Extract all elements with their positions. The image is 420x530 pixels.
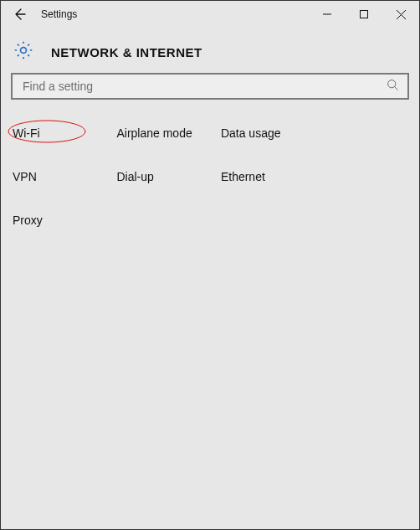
search-icon bbox=[387, 79, 399, 95]
nav-item-label: Proxy bbox=[13, 214, 43, 227]
titlebar: Settings bbox=[1, 1, 419, 28]
search-container bbox=[1, 73, 419, 100]
settings-window: Settings bbox=[0, 0, 420, 530]
minimize-button[interactable] bbox=[309, 1, 346, 28]
maximize-button[interactable] bbox=[346, 1, 382, 28]
minimize-icon bbox=[323, 10, 331, 18]
svg-point-4 bbox=[21, 48, 27, 54]
window-controls bbox=[309, 1, 419, 28]
nav-item-proxy[interactable]: Proxy bbox=[13, 208, 113, 232]
maximize-icon bbox=[360, 10, 368, 18]
nav-item-data-usage[interactable]: Data usage bbox=[221, 121, 321, 145]
page-header: NETWORK & INTERNET bbox=[1, 28, 419, 73]
nav-item-dialup[interactable]: Dial-up bbox=[116, 165, 217, 188]
svg-rect-1 bbox=[361, 11, 368, 18]
nav-item-label: Wi-Fi bbox=[13, 126, 40, 140]
close-button[interactable] bbox=[382, 1, 419, 28]
nav-item-wifi[interactable]: Wi-Fi bbox=[13, 121, 113, 145]
search-box[interactable] bbox=[11, 73, 409, 100]
nav-item-ethernet[interactable]: Ethernet bbox=[221, 165, 321, 188]
svg-point-5 bbox=[388, 80, 396, 87]
page-title: NETWORK & INTERNET bbox=[51, 45, 202, 59]
nav-item-label: Airplane mode bbox=[116, 126, 192, 140]
svg-line-6 bbox=[395, 86, 398, 90]
nav-item-airplane-mode[interactable]: Airplane mode bbox=[116, 121, 217, 145]
nav-item-label: Data usage bbox=[221, 126, 281, 140]
window-title: Settings bbox=[41, 8, 77, 20]
nav-item-vpn[interactable]: VPN bbox=[13, 165, 113, 188]
settings-nav-list: Wi-Fi Airplane mode Data usage VPN Dial-… bbox=[1, 100, 419, 252]
nav-item-label: VPN bbox=[13, 170, 37, 183]
back-button[interactable] bbox=[6, 3, 33, 26]
back-arrow-icon bbox=[12, 7, 27, 22]
gear-icon bbox=[13, 39, 34, 64]
search-input[interactable] bbox=[21, 79, 387, 94]
nav-item-label: Dial-up bbox=[116, 170, 153, 183]
nav-item-label: Ethernet bbox=[221, 170, 265, 183]
close-icon bbox=[397, 10, 406, 19]
